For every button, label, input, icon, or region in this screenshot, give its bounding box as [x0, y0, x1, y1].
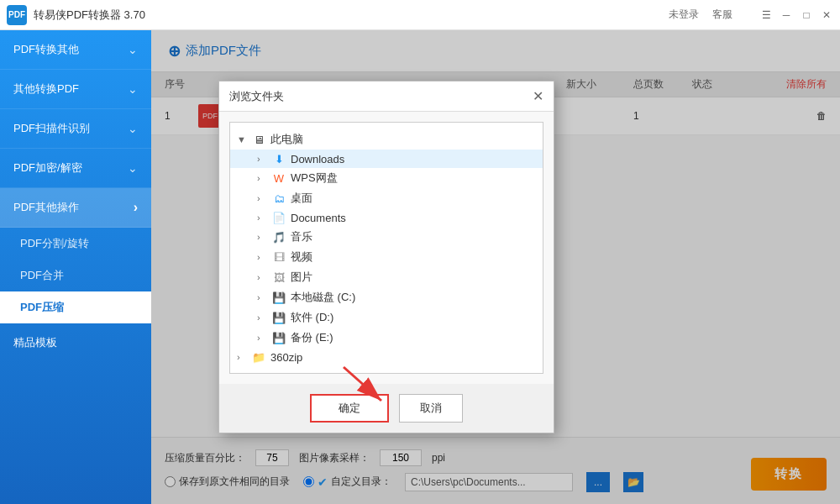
- tree-item-pictures[interactable]: › 🖼 图片: [230, 267, 543, 287]
- sidebar-item-label: PDF转换其他: [13, 42, 79, 57]
- sidebar-sub-label: PDF合并: [20, 268, 64, 283]
- dialog-titlebar: 浏览文件夹 ✕: [219, 81, 554, 112]
- sidebar-item-label: 其他转换PDF: [13, 81, 79, 97]
- drive-d-icon: 💾: [270, 311, 287, 324]
- arrow-annotation: [335, 359, 402, 409]
- expand-arrow-icon: ›: [257, 272, 270, 282]
- expand-arrow-icon: ›: [237, 352, 250, 362]
- sidebar-sub-label: PDF压缩: [20, 300, 64, 315]
- tree-item-documents[interactable]: › 📄 Documents: [230, 208, 543, 227]
- chevron-down-icon: ⌄: [128, 122, 138, 135]
- sidebar-item-label: PDF扫描件识别: [13, 121, 90, 136]
- app-logo: PDF: [7, 5, 27, 25]
- dialog-title: 浏览文件夹: [229, 89, 284, 104]
- service-label[interactable]: 客服: [712, 8, 732, 22]
- computer-icon: 🖥: [250, 133, 267, 146]
- tree-item-computer[interactable]: ▼ 🖥 此电脑: [230, 129, 543, 150]
- sidebar-item-label: PDF其他操作: [13, 200, 79, 215]
- expand-arrow-icon: ›: [257, 292, 270, 302]
- expand-arrow-icon: ›: [257, 312, 270, 323]
- chevron-down-icon: ⌄: [128, 82, 138, 96]
- sidebar-item-label: PDF加密/解密: [13, 160, 82, 176]
- expand-arrow-icon: ›: [257, 333, 270, 343]
- drive-e-icon: 💾: [270, 331, 287, 344]
- titlebar-right: 未登录 客服 ☰ ─ □ ✕: [669, 8, 833, 22]
- expand-arrow-icon: ›: [257, 252, 270, 262]
- svg-line-1: [344, 367, 381, 401]
- expand-arrow-icon: ›: [257, 173, 270, 183]
- menu-button[interactable]: ☰: [759, 8, 773, 22]
- tree-item-desktop[interactable]: › 🗂 桌面: [230, 188, 543, 208]
- expand-arrow-icon: ▼: [237, 134, 250, 144]
- tree-item-label: 备份 (E:): [291, 330, 333, 345]
- chevron-down-icon: ⌄: [128, 43, 138, 56]
- sidebar-item-pdf-other[interactable]: PDF其他操作 ›: [0, 188, 151, 228]
- tree-item-drive-d[interactable]: › 💾 软件 (D:): [230, 307, 543, 328]
- tree-item-label: Downloads: [291, 153, 344, 165]
- drive-c-icon: 💾: [270, 291, 287, 304]
- tree-item-wps[interactable]: › W WPS网盘: [230, 168, 543, 188]
- sidebar-item-other-to-pdf[interactable]: 其他转换PDF ⌄: [0, 70, 151, 109]
- tree-item-label: 桌面: [291, 191, 312, 206]
- dialog-body: ▼ 🖥 此电脑 › ⬇ Downloads ›: [219, 112, 554, 384]
- sidebar-item-templates[interactable]: 精品模板: [0, 323, 151, 362]
- folder-tree[interactable]: ▼ 🖥 此电脑 › ⬇ Downloads ›: [229, 122, 543, 374]
- maximize-button[interactable]: □: [800, 8, 813, 22]
- sidebar-sub-item-pdf-compress[interactable]: PDF压缩: [0, 291, 151, 323]
- tree-item-label: 此电脑: [270, 132, 303, 147]
- app-title: 转易侠PDF转换器 3.70: [34, 8, 145, 23]
- browse-folder-dialog: 浏览文件夹 ✕ ▼ 🖥 此电脑 ›: [218, 81, 554, 433]
- tree-item-label: WPS网盘: [291, 171, 338, 186]
- expand-arrow-icon: ›: [257, 154, 270, 164]
- sidebar-sub-item-pdf-merge[interactable]: PDF合并: [0, 260, 151, 291]
- video-icon: 🎞: [270, 250, 287, 264]
- sidebar-item-pdf-scan[interactable]: PDF扫描件识别 ⌄: [0, 109, 151, 149]
- tree-item-label: Documents: [291, 212, 346, 224]
- tree-item-video[interactable]: › 🎞 视频: [230, 247, 543, 267]
- expand-arrow-icon: ›: [257, 193, 270, 203]
- close-button[interactable]: ✕: [820, 8, 833, 22]
- dialog-cancel-button[interactable]: 取消: [399, 394, 463, 423]
- documents-icon: 📄: [270, 211, 287, 224]
- tree-item-label: 本地磁盘 (C:): [291, 290, 355, 305]
- tree-item-label: 360zip: [270, 351, 302, 364]
- dialog-close-button[interactable]: ✕: [533, 88, 543, 104]
- sidebar-item-pdf-to-other[interactable]: PDF转换其他 ⌄: [0, 30, 151, 70]
- chevron-down-icon: ⌄: [128, 161, 138, 175]
- sidebar-sub-label: PDF分割/旋转: [20, 236, 89, 251]
- sidebar-template-label: 精品模板: [13, 335, 57, 350]
- tree-item-music[interactable]: › 🎵 音乐: [230, 227, 543, 247]
- main-layout: PDF转换其他 ⌄ 其他转换PDF ⌄ PDF扫描件识别 ⌄ PDF加密/解密 …: [0, 30, 840, 504]
- download-icon: ⬇: [270, 152, 287, 165]
- tree-item-drive-c[interactable]: › 💾 本地磁盘 (C:): [230, 287, 543, 307]
- music-icon: 🎵: [270, 230, 287, 244]
- content-area: ⊕ 添加PDF文件 序号 新大小 总页数 状态 清除所有 1 PDF （复...…: [151, 30, 840, 504]
- expand-arrow-icon: ›: [257, 232, 270, 242]
- sidebar-item-pdf-encrypt[interactable]: PDF加密/解密 ⌄: [0, 149, 151, 188]
- window-controls: ☰ ─ □ ✕: [759, 8, 833, 22]
- tree-item-label: 图片: [291, 270, 312, 285]
- sidebar-sub-item-pdf-split[interactable]: PDF分割/旋转: [0, 228, 151, 260]
- pictures-icon: 🖼: [270, 270, 287, 284]
- folder-360-icon: 📁: [250, 350, 267, 364]
- sidebar: PDF转换其他 ⌄ 其他转换PDF ⌄ PDF扫描件识别 ⌄ PDF加密/解密 …: [0, 30, 151, 504]
- arrow-right-icon: ›: [134, 200, 138, 215]
- minimize-button[interactable]: ─: [780, 8, 793, 22]
- desktop-folder-icon: 🗂: [270, 192, 287, 205]
- user-label[interactable]: 未登录: [669, 8, 699, 22]
- expand-arrow-icon: ›: [257, 213, 270, 223]
- tree-item-downloads[interactable]: › ⬇ Downloads: [230, 150, 543, 168]
- tree-item-drive-e[interactable]: › 💾 备份 (E:): [230, 328, 543, 348]
- dialog-overlay: 浏览文件夹 ✕ ▼ 🖥 此电脑 ›: [151, 30, 840, 504]
- tree-item-label: 软件 (D:): [291, 310, 333, 325]
- tree-item-label: 视频: [291, 249, 312, 265]
- tree-item-label: 音乐: [291, 229, 312, 244]
- titlebar: PDF 转易侠PDF转换器 3.70 未登录 客服 ☰ ─ □ ✕: [0, 0, 840, 30]
- wps-icon: W: [270, 171, 287, 185]
